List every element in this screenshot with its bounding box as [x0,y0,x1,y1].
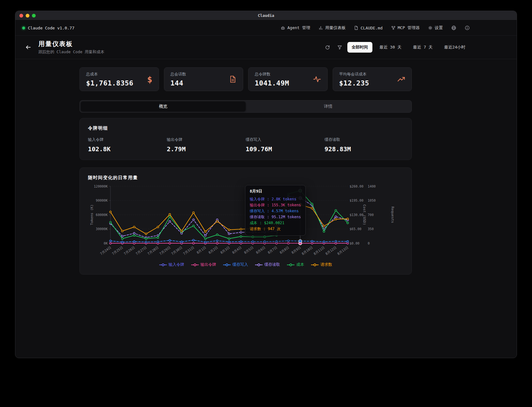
svg-text:8月13日: 8月13日 [337,245,349,256]
token-breakdown-card: 令牌明细 输入令牌 102.8K 输出令牌 2.79M 缓存写入 109.76M… [79,118,412,160]
stats-row: 总成本 $1,761.8356 $ 总会话数 144 总令牌数 1041.49M [79,67,412,91]
svg-text:$195.00: $195.00 [350,198,363,202]
stat-value: $12.235 [339,79,369,87]
page-header: 用量仪表板 跟踪您的 Claude Code 用量和成本 全部时间 最近 30 … [15,36,517,59]
breakdown-value: 102.8K [88,145,167,153]
nav-usage-dashboard[interactable]: 用量仪表板 [319,25,345,31]
svg-text:8月11日: 8月11日 [313,245,325,256]
svg-text:7月26日: 7月26日 [123,245,136,256]
tab-details[interactable]: 详情 [246,101,411,111]
nav-label: 设置 [435,25,443,31]
svg-text:90000K: 90000K [96,198,108,202]
document-icon [354,26,358,30]
time-filter-7-days[interactable]: 最近 7 天 [409,42,437,53]
usage-chart-card: 随时间变化的日常用量 0K$0.00030000K$65.0035060000K… [79,167,412,275]
breakdown-item-input: 输入令牌 102.8K [88,137,167,153]
legend-marker-icon [255,263,263,266]
legend-label: 输出令牌 [201,262,216,267]
stat-card-total-cost: 总成本 $1,761.8356 $ [79,67,159,91]
trend-up-icon [397,75,405,83]
tooltip-row-5: 成本 : $240.0021 [250,220,301,226]
desktop: { "colors": { "accent": "#e8825e", "stat… [0,0,532,407]
minimize-window-button[interactable] [26,14,29,18]
tooltip-rows: 输入令牌 : 2.8K tokens输出令牌 : 155.3K tokens缓存… [250,196,301,232]
breakdown-value: 928.83M [325,145,403,153]
tooltip-row-1: 输入令牌 : 2.8K tokens [250,196,301,202]
time-filter-all-time[interactable]: 全部时间 [347,42,372,53]
nav-agent-manager[interactable]: Agent 管理 [281,25,310,31]
gear-icon [428,26,432,30]
token-breakdown-grid: 输入令牌 102.8K 输出令牌 2.79M 缓存写入 109.76M 缓存读取… [88,137,403,153]
bar-chart-icon [319,26,323,30]
legend-marker-icon [223,263,231,266]
window-titlebar[interactable]: Claudia [15,11,517,20]
svg-text:8月3日: 8月3日 [220,245,230,255]
breakdown-value: 109.76M [246,145,325,153]
svg-text:8月4日: 8月4日 [232,245,242,255]
refresh-button[interactable] [323,43,332,52]
svg-text:7月29日: 7月29日 [159,245,171,256]
tooltip-row-6: 请求数 : 947 次 [250,226,301,232]
svg-text:7月25日: 7月25日 [111,245,124,256]
svg-text:1400: 1400 [368,184,376,188]
stat-label: 总成本 [86,72,133,77]
token-breakdown-title: 令牌明细 [88,125,403,131]
tab-bar: 概览 详情 [79,100,412,113]
breakdown-label: 输出令牌 [167,137,246,142]
stat-value: 1041.49M [255,79,289,87]
back-button[interactable] [23,42,33,53]
tooltip-row-3: 缓存写入 : 4.57M tokens [250,208,301,214]
legend-item-4: 缓存读取 [255,262,280,267]
svg-text:$0.00: $0.00 [350,241,360,245]
svg-text:350: 350 [368,227,374,231]
svg-text:8月2日: 8月2日 [208,245,218,255]
zoom-window-button[interactable] [32,14,36,18]
stat-value: 144 [171,79,186,87]
nav-label: CLAUDE.md [361,26,382,30]
breakdown-item-cache-read: 缓存读取 928.83M [325,137,403,153]
legend-marker-icon [191,263,199,266]
stat-card-total-sessions: 总会话数 144 [164,67,243,91]
topbar: Claude Code v1.0.77 Agent 管理 用量仪表板 CLAUD… [15,20,517,36]
stat-card-total-tokens: 总令牌数 1041.49M [248,67,328,91]
svg-text:8月9日: 8月9日 [291,245,301,255]
legend-item-6: 请求数 [311,262,332,267]
activity-icon [313,75,321,83]
status-dot-icon [22,27,25,29]
svg-text:700: 700 [368,213,374,217]
stat-text: 总成本 $1,761.8356 [86,72,133,87]
breakdown-value: 2.79M [167,145,246,153]
legend-item-5: 成本 [287,262,304,267]
svg-text:8月8日: 8月8日 [279,245,289,255]
stat-label: 总令牌数 [255,72,289,77]
svg-text:Tokens (K): Tokens (K) [90,204,94,225]
close-window-button[interactable] [19,14,23,18]
nav-mcp-manager[interactable]: MCP 管理器 [391,25,420,31]
time-filter-30-days[interactable]: 最近 30 天 [375,42,406,53]
header-controls: 全部时间 最近 30 天 最近 7 天 最近24小时 [323,42,470,53]
chart-legend: 输入令牌输出令牌缓存写入缓存读取成本请求数 [88,262,403,267]
nav-claude-md[interactable]: CLAUDE.md [354,26,382,30]
svg-text:$130.00: $130.00 [350,213,363,217]
svg-text:0: 0 [368,241,370,245]
info-button[interactable] [465,25,470,30]
agent-icon [281,26,285,30]
filter-button[interactable] [335,43,345,52]
stat-text: 总令牌数 1041.49M [255,72,289,87]
svg-text:Requests: Requests [391,207,395,223]
stat-text: 总会话数 144 [171,72,186,87]
nav-settings[interactable]: 设置 [428,25,443,31]
legend-label: 请求数 [320,262,332,267]
svg-text:8月5日: 8月5日 [243,245,254,255]
svg-text:7月24日: 7月24日 [100,245,112,256]
time-filter-24-hours[interactable]: 最近24小时 [440,42,470,53]
legend-label: 输入令牌 [169,262,184,267]
breakdown-label: 缓存写入 [246,137,325,142]
language-button[interactable] [451,25,456,30]
stat-label: 总会话数 [171,72,186,77]
legend-marker-icon [287,263,294,266]
window-title: Claudia [15,13,517,18]
svg-text:120000K: 120000K [94,184,108,188]
tab-overview[interactable]: 概览 [81,101,246,111]
tooltip-row-2: 输出令牌 : 155.3K tokens [250,202,301,208]
